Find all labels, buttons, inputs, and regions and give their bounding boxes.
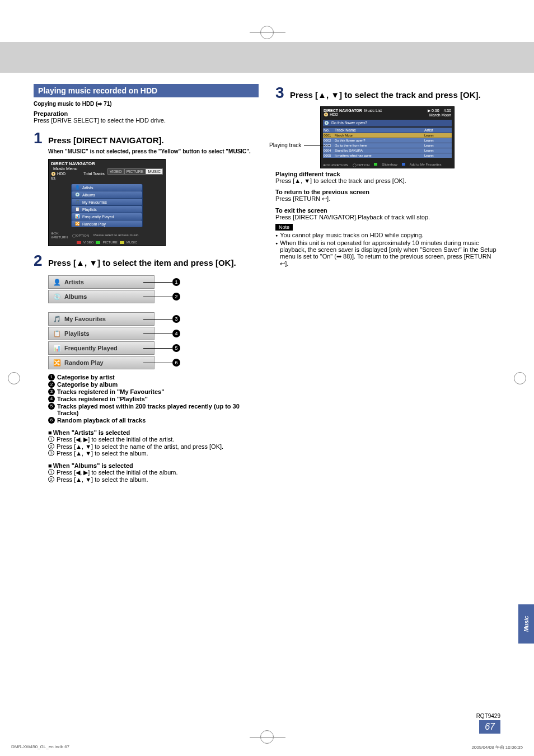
cat-albums: 💿Albums bbox=[48, 290, 154, 303]
side-tab-music: Music bbox=[518, 604, 534, 644]
section-title: Playing music recorded on HDD bbox=[34, 84, 259, 97]
cat-random: 🔀Random Play bbox=[48, 356, 154, 369]
music-list-screenshot: Playing track DIRECT NAVIGATOR Music Lis… bbox=[320, 106, 455, 168]
notes: You cannot play music tracks on HDD whil… bbox=[275, 232, 500, 267]
category-list: 👤Artists1 💿Albums2 🎵My Favourites3 📋Play… bbox=[48, 275, 154, 369]
exit-text: Press [DIRECT NAVIGATOR].Playback of tra… bbox=[275, 214, 500, 220]
copying-link: Copying music to HDD (➡ 71) bbox=[34, 101, 259, 107]
step2-title: Press [▲, ▼] to select the item and pres… bbox=[48, 258, 236, 267]
print-footer: DMR-XW450_GL_en.indb 67 2009/04/08 午前 10… bbox=[11, 744, 523, 750]
step3-title: Press [▲, ▼] to select the track and pre… bbox=[290, 90, 481, 100]
exit-head: To exit the screen bbox=[275, 207, 500, 214]
step1-title: Press [DIRECT NAVIGATOR]. bbox=[48, 135, 164, 145]
registration-mark bbox=[8, 372, 20, 384]
play-diff-head: Playing different track bbox=[275, 171, 500, 177]
preparation-text: Press [DRIVE SELECT] to select the HDD d… bbox=[34, 117, 259, 124]
return-text: Press [RETURN ↩]. bbox=[275, 195, 500, 203]
note-label: Note bbox=[275, 224, 293, 231]
rqt-code: RQT9429 bbox=[476, 713, 500, 719]
registration-mark bbox=[514, 372, 526, 384]
ss1-tab-picture: PICTURE bbox=[124, 168, 146, 175]
header-band bbox=[0, 42, 534, 73]
return-head: To return to the previous screen bbox=[275, 189, 500, 195]
step-number: 3 bbox=[275, 84, 290, 102]
footer-right: 2009/04/08 午前 10:06:35 bbox=[471, 744, 523, 750]
ss1-hdd: HDD bbox=[57, 172, 65, 176]
cat-artists: 👤Artists bbox=[48, 275, 154, 289]
registration-mark bbox=[260, 730, 274, 744]
page-number-block: RQT9429 67 bbox=[476, 713, 500, 734]
ss1-item-artists: 👤 Artists bbox=[72, 184, 142, 191]
page-number: 67 bbox=[479, 720, 500, 734]
cat-fav: 🎵My Favourites bbox=[48, 312, 154, 326]
ss1-tab-video: VIDEO bbox=[107, 168, 124, 175]
ss1-item-freq: 📊 Frequently Played bbox=[72, 213, 142, 220]
footer-left: DMR-XW450_GL_en.indb 67 bbox=[11, 744, 69, 750]
cat-freq: 📊Frequently Played bbox=[48, 341, 154, 355]
step-number: 2 bbox=[34, 252, 48, 270]
step1-sub: When "MUSIC" is not selected, press the … bbox=[48, 148, 259, 154]
ss1-tab-music: MUSIC bbox=[146, 168, 163, 175]
ss1-item-albums: 💿 Albums bbox=[72, 191, 142, 198]
albums-heading: When "Albums" is selected bbox=[48, 462, 259, 469]
play-diff-text: Press [▲, ▼] to select the track and pre… bbox=[275, 177, 500, 184]
cat-playlists: 📋Playlists bbox=[48, 327, 154, 340]
ss1-item-fav: 🎵 My Favourites bbox=[72, 199, 142, 205]
ss1-subtitle: Music Menu bbox=[53, 166, 77, 171]
step-number: 1 bbox=[34, 129, 48, 147]
playing-track-label: Playing track bbox=[269, 142, 301, 148]
preparation-label: Preparation bbox=[34, 110, 259, 117]
music-menu-screenshot: DIRECT NAVIGATOR Music Menu 📀 HDD Total … bbox=[48, 159, 166, 246]
artists-heading: When "Artists" is selected bbox=[48, 429, 259, 436]
ss1-title: DIRECT NAVIGATOR bbox=[51, 161, 95, 166]
ss1-item-playlists: 📋 Playlists bbox=[72, 206, 142, 213]
ss1-item-random: 🔀 Random Play bbox=[72, 220, 142, 227]
legend: 1Categorise by artist 2Categorise by alb… bbox=[48, 374, 259, 424]
registration-mark bbox=[260, 26, 274, 39]
